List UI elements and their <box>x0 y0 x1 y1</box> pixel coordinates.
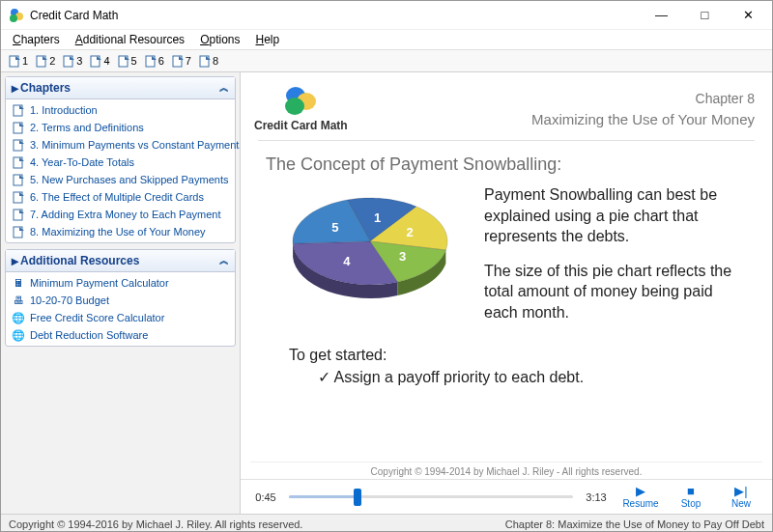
menu-help[interactable]: Help <box>248 31 288 48</box>
globe-icon: 🌐 <box>12 311 25 324</box>
maximize-button[interactable]: □ <box>683 2 727 29</box>
menu-bar: Chapters Additional Resources Options He… <box>1 30 772 49</box>
svg-point-37 <box>285 98 304 115</box>
chapter-title: Maximizing the Use of Your Money <box>348 109 755 129</box>
content-area: Credit Card Math Chapter 8 Maximizing th… <box>241 72 772 514</box>
logo-text: Credit Card Math <box>254 119 348 132</box>
sidebar-chapter-7[interactable]: 7. Adding Extra Money to Each Payment <box>6 206 235 223</box>
svg-text:3: 3 <box>399 249 406 264</box>
svg-point-2 <box>10 14 17 22</box>
svg-text:4: 4 <box>343 254 351 268</box>
getstart-title: To get started: <box>289 347 747 364</box>
toolbar-chapter-4[interactable]: 4 <box>86 53 112 69</box>
printer-icon: 🖶 <box>12 294 25 307</box>
status-chapter: Chapter 8: Maximize the Use of Money to … <box>505 518 764 530</box>
body-text: Payment Snowballing can best be explaine… <box>484 184 735 337</box>
toolbar-chapter-6[interactable]: 6 <box>141 53 167 69</box>
getstart-item: ✓ Assign a payoff priority to each debt. <box>289 364 747 386</box>
collapse-icon[interactable]: ︽ <box>219 254 229 267</box>
chapter-toolbar: 1 2 3 4 5 6 7 8 <box>1 49 772 72</box>
resource-credit-score-calc[interactable]: 🌐Free Credit Score Calculator <box>6 309 235 326</box>
status-copyright: Copyright © 1994-2016 by Michael J. Rile… <box>9 518 505 530</box>
time-total: 3:13 <box>581 491 612 503</box>
sidebar-chapter-8[interactable]: 8. Maximizing the Use of Your Money <box>6 223 235 240</box>
player-bar: 0:45 3:13 ▶Resume ■Stop ▶|New <box>241 479 772 514</box>
stop-button[interactable]: ■Stop <box>670 485 712 509</box>
window-title: Credit Card Math <box>30 9 640 22</box>
seek-slider[interactable] <box>289 489 573 506</box>
time-elapsed: 0:45 <box>250 491 281 503</box>
status-bar: Copyright © 1994-2016 by Michael J. Rile… <box>1 514 772 532</box>
sidebar-chapter-6[interactable]: 6. The Effect of Multiple Credit Cards <box>6 188 235 206</box>
pie-chart: 12345 <box>273 184 467 337</box>
stop-icon: ■ <box>687 485 695 498</box>
sidebar-chapter-2[interactable]: 2. Terms and Definitions <box>6 119 235 136</box>
resources-panel-header[interactable]: ▸ Additional Resources ︽ <box>6 250 235 272</box>
new-button[interactable]: ▶|New <box>720 485 762 509</box>
globe-icon: 🌐 <box>12 328 25 342</box>
resume-button[interactable]: ▶Resume <box>619 485 662 509</box>
sidebar: ▸ Chapters ︽ 1. Introduction 2. Terms an… <box>1 72 241 514</box>
minimize-button[interactable]: — <box>640 2 683 29</box>
resources-panel-title: Additional Resources <box>20 254 219 267</box>
section-title: The Concept of Payment Snowballing: <box>250 141 762 184</box>
menu-options[interactable]: Options <box>192 31 247 48</box>
sidebar-chapter-3[interactable]: 3. Minimum Payments vs Constant Payments <box>6 136 235 154</box>
toolbar-chapter-2[interactable]: 2 <box>32 53 58 69</box>
slide-copyright: Copyright © 1994-2014 by Michael J. Rile… <box>250 462 762 479</box>
play-icon: ▶ <box>636 485 645 498</box>
resource-budget[interactable]: 🖶10-20-70 Budget <box>6 292 235 309</box>
toolbar-chapter-8[interactable]: 8 <box>195 53 221 69</box>
close-button[interactable]: ✕ <box>727 2 770 29</box>
toolbar-chapter-7[interactable]: 7 <box>168 53 194 69</box>
chapter-number: Chapter 8 <box>348 90 755 109</box>
menu-resources[interactable]: Additional Resources <box>68 31 192 48</box>
svg-text:5: 5 <box>331 220 338 235</box>
chevron-right-icon: ▸ <box>12 253 20 268</box>
chapters-panel: ▸ Chapters ︽ 1. Introduction 2. Terms an… <box>5 76 236 243</box>
chapters-panel-title: Chapters <box>20 81 219 95</box>
menu-chapters[interactable]: Chapters <box>5 31 68 48</box>
toolbar-chapter-3[interactable]: 3 <box>59 53 85 69</box>
resource-min-payment-calc[interactable]: 🖩Minimum Payment Calculator <box>6 274 235 292</box>
collapse-icon[interactable]: ︽ <box>219 81 229 95</box>
svg-text:1: 1 <box>374 210 381 225</box>
sidebar-chapter-1[interactable]: 1. Introduction <box>6 101 235 119</box>
resource-debt-reduction[interactable]: 🌐Debt Reduction Software <box>6 326 235 344</box>
toolbar-chapter-1[interactable]: 1 <box>5 53 31 69</box>
app-icon <box>9 8 24 23</box>
app-logo: Credit Card Math <box>254 84 348 132</box>
title-bar: Credit Card Math — □ ✕ <box>1 1 772 30</box>
toolbar-chapter-5[interactable]: 5 <box>114 53 140 69</box>
sidebar-chapter-5[interactable]: 5. New Purchases and Skipped Payments <box>6 171 235 188</box>
svg-text:2: 2 <box>407 225 414 239</box>
chevron-right-icon: ▸ <box>12 80 20 96</box>
skip-icon: ▶| <box>734 485 747 498</box>
resources-panel: ▸ Additional Resources ︽ 🖩Minimum Paymen… <box>5 249 236 347</box>
chapters-panel-header[interactable]: ▸ Chapters ︽ <box>6 77 235 99</box>
calculator-icon: 🖩 <box>12 276 25 290</box>
sidebar-chapter-4[interactable]: 4. Year-To-Date Totals <box>6 154 235 171</box>
